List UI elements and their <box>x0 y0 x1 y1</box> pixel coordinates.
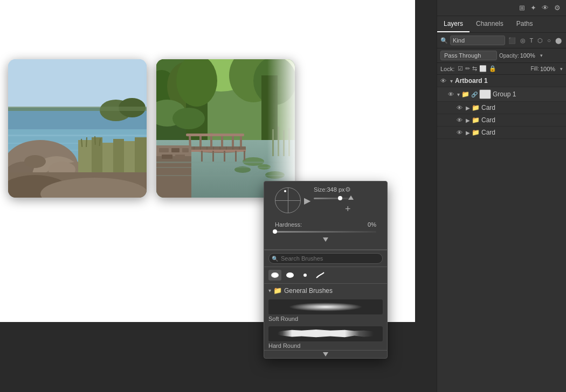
brush-type-hard[interactable] <box>284 270 296 281</box>
filter-select[interactable]: Kind <box>450 36 505 45</box>
photo-card-1[interactable] <box>8 59 147 198</box>
chain-icon: 🔗 <box>471 92 478 97</box>
card2-name: Card <box>481 116 563 124</box>
lock-brush-icon[interactable]: ✏ <box>465 65 470 72</box>
svg-rect-15 <box>92 137 102 172</box>
opacity-arrow[interactable]: ▾ <box>540 53 543 58</box>
size-label: Size: <box>314 186 327 193</box>
brush-circle <box>275 187 301 213</box>
search-icon: 🔍 <box>272 256 278 262</box>
brush-category-header[interactable]: ▾ 📁 General Brushes <box>264 284 387 297</box>
grid-icon[interactable]: ⊞ <box>519 4 525 12</box>
card3-arrow-icon[interactable]: ▶ <box>466 130 470 136</box>
fill-row: Fill: 100% ▾ <box>530 66 563 72</box>
svg-point-11 <box>24 155 46 168</box>
artboard-name: Artboard 1 <box>455 77 488 85</box>
size-slider[interactable] <box>314 198 351 199</box>
scroll-down-arrow[interactable] <box>323 237 328 242</box>
fill-arrow[interactable]: ▾ <box>560 66 563 72</box>
crosshair-h <box>275 200 300 201</box>
filter-icon-4[interactable]: ⬡ <box>536 36 544 45</box>
brush-scroll-down[interactable] <box>323 352 328 356</box>
filter-icon-1[interactable]: ⬛ <box>507 36 517 45</box>
panel-separator <box>415 0 437 392</box>
brush-slider-col: Size: 348 px ⚙ + <box>314 186 351 215</box>
svg-point-89 <box>272 274 278 277</box>
lock-arrow-icon[interactable]: ⇆ <box>472 65 477 72</box>
group-name: Group 1 <box>493 90 563 98</box>
lock-row: Lock: ☑ ✏ ⇆ ⬜ 🔒 Fill: 100% ▾ <box>437 63 566 75</box>
hardness-value: 0% <box>368 221 376 228</box>
tab-channels[interactable]: Channels <box>470 16 510 32</box>
brush-panel: ▶ Size: 348 px ⚙ + Hardness: <box>264 181 388 359</box>
right-panel: ⊞ ✦ 👁 ⚙ Layers Channels Paths 🔍 Kind ⬛ ◎… <box>437 0 566 392</box>
hardness-slider-thumb[interactable] <box>273 229 277 234</box>
brush-preview-soft-round <box>268 299 383 314</box>
size-slider-thumb[interactable] <box>338 196 342 200</box>
card3-folder-icon: 📁 <box>472 129 480 136</box>
card-row-2[interactable]: 👁 ▶ 📁 Card <box>437 114 566 127</box>
tab-paths[interactable]: Paths <box>510 16 540 32</box>
artboard-eye-icon[interactable]: 👁 <box>440 78 448 84</box>
lock-artboard-icon[interactable]: ⬜ <box>479 65 487 72</box>
card1-eye-icon[interactable]: 👁 <box>457 104 464 111</box>
card2-arrow-icon[interactable]: ▶ <box>466 117 470 123</box>
lock-padlock-icon[interactable]: 🔒 <box>489 65 496 72</box>
photo-card-2[interactable] <box>156 59 295 198</box>
group-arrow-icon[interactable]: ▾ <box>457 92 460 97</box>
filter-icon-5[interactable]: ○ <box>546 36 552 45</box>
brush-item-soft-round[interactable]: Soft Round <box>264 297 387 324</box>
hardness-label-row: Hardness: 0% <box>275 221 376 228</box>
brush-type-line[interactable] <box>314 270 327 281</box>
svg-rect-87 <box>156 59 295 198</box>
brush-type-soft[interactable] <box>268 270 281 281</box>
svg-rect-17 <box>113 139 124 172</box>
brush-scroll[interactable]: ▾ 📁 General Brushes Soft Round Hard Roun… <box>264 284 387 350</box>
brush-preview-hard-round <box>268 326 383 341</box>
layer-section: 👁 ▾ Artboard 1 👁 ▾ 📁 🔗 Group 1 👁 ▶ 📁 <box>437 75 566 392</box>
fill-value: 100% <box>540 66 559 72</box>
brush-item-hard-round[interactable]: Hard Round <box>264 324 387 350</box>
lock-label: Lock: <box>440 66 454 72</box>
brush-search-input[interactable] <box>268 253 383 264</box>
brush-size-row: ▶ Size: 348 px ⚙ + <box>270 186 382 218</box>
lock-check-icon[interactable]: ☑ <box>458 65 463 72</box>
brush-panel-bottom <box>264 350 387 358</box>
filter-icon-6[interactable]: ⬤ <box>554 36 563 45</box>
opacity-row: Opacity: 100% ▾ <box>499 52 563 59</box>
panel-top-icons: ⊞ ✦ 👁 ⚙ <box>437 0 566 16</box>
card2-eye-icon[interactable]: 👁 <box>457 117 464 123</box>
group-row[interactable]: 👁 ▾ 📁 🔗 Group 1 <box>437 87 566 102</box>
card1-arrow-icon[interactable]: ▶ <box>466 105 470 111</box>
category-name: General Brushes <box>284 287 333 295</box>
hard-round-stroke <box>278 329 374 339</box>
size-value: 348 px <box>327 186 344 193</box>
group-eye-icon[interactable]: 👁 <box>448 91 455 97</box>
filter-row: 🔍 Kind ⬛ ◎ T ⬡ ○ ⬤ <box>437 33 566 48</box>
brush-preview-area: ▶ Size: 348 px ⚙ + <box>270 186 356 218</box>
blend-mode-select[interactable]: Pass Through <box>440 51 497 60</box>
card-row-1[interactable]: 👁 ▶ 📁 Card <box>437 102 566 114</box>
hardness-slider[interactable] <box>275 231 376 233</box>
opacity-value: 100% <box>520 52 539 59</box>
brush-expand-arrow[interactable]: ▶ <box>304 195 310 206</box>
brush-type-dot[interactable] <box>299 270 312 281</box>
add-brush-icon[interactable]: + <box>314 204 351 215</box>
artboard-arrow-icon[interactable]: ▾ <box>450 78 453 84</box>
tab-layers[interactable]: Layers <box>437 16 470 32</box>
brush-soft-round-label: Soft Round <box>268 316 383 322</box>
filter-icon-2[interactable]: ◎ <box>519 36 527 45</box>
visibility-icon[interactable]: 👁 <box>542 4 549 12</box>
card3-eye-icon[interactable]: 👁 <box>457 129 464 136</box>
filter-icon-3[interactable]: T <box>529 36 535 45</box>
category-arrow-icon: ▾ <box>268 288 271 293</box>
card-row-3[interactable]: 👁 ▶ 📁 Card <box>437 127 566 139</box>
panel-tabs: Layers Channels Paths <box>437 16 566 33</box>
gear-icon[interactable]: ⚙ <box>554 4 561 12</box>
star-icon[interactable]: ✦ <box>530 4 536 12</box>
brush-size-area: ▶ Size: 348 px ⚙ + Hardness: <box>264 181 387 250</box>
card3-name: Card <box>481 129 563 136</box>
blend-row: Pass Through Opacity: 100% ▾ <box>437 48 566 63</box>
artboard-row[interactable]: 👁 ▾ Artboard 1 <box>437 75 566 87</box>
size-gear-icon[interactable]: ⚙ <box>345 186 351 193</box>
